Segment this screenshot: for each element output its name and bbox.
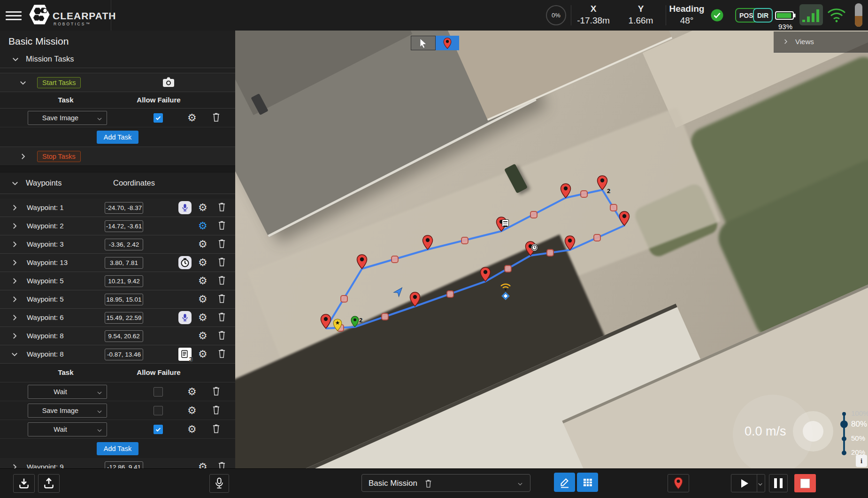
edit-mission-button[interactable] bbox=[554, 473, 575, 492]
views-panel[interactable]: Views bbox=[774, 31, 868, 53]
path-midpoint-handle[interactable] bbox=[391, 256, 399, 263]
play-mission-button[interactable] bbox=[731, 474, 765, 492]
waypoint-pin[interactable] bbox=[422, 235, 433, 250]
chevron-right-icon[interactable] bbox=[10, 313, 19, 322]
path-midpoint-handle[interactable] bbox=[593, 234, 601, 241]
start-tasks-button[interactable]: Start Tasks bbox=[37, 77, 81, 88]
chevron-right-icon[interactable] bbox=[10, 277, 19, 285]
task-type-select[interactable]: Wait bbox=[28, 385, 107, 399]
waypoint-coordinates[interactable]: -14.72, -3.61 bbox=[105, 220, 143, 232]
waypoint-pin[interactable] bbox=[356, 254, 368, 269]
trash-icon[interactable] bbox=[217, 461, 226, 469]
chevron-right-icon[interactable] bbox=[19, 152, 27, 161]
chevron-down-icon[interactable] bbox=[11, 179, 19, 187]
settings-gear-icon[interactable]: ⚙ bbox=[198, 239, 207, 249]
chevron-right-icon[interactable] bbox=[10, 258, 19, 267]
settings-gear-icon[interactable]: ⚙ bbox=[198, 331, 207, 341]
waypoint-coordinates[interactable]: 3.80, 7.81 bbox=[105, 257, 143, 269]
waypoint-coordinates[interactable]: -24.70, -8.37 bbox=[105, 202, 143, 214]
trash-icon[interactable] bbox=[217, 349, 226, 360]
pause-mission-button[interactable] bbox=[769, 474, 788, 492]
trash-icon[interactable] bbox=[217, 275, 226, 287]
start-waypoint-pin[interactable]: 2 bbox=[351, 316, 359, 329]
settings-gear-icon[interactable]: ⚙ bbox=[198, 202, 207, 213]
settings-gear-icon[interactable]: ⚙ bbox=[198, 221, 207, 231]
stop-tasks-button[interactable]: Stop Tasks bbox=[37, 151, 81, 162]
wifi-waypoint-marker[interactable] bbox=[499, 283, 512, 299]
trash-icon[interactable] bbox=[217, 239, 226, 250]
trash-icon[interactable] bbox=[217, 202, 226, 214]
waypoint-pin[interactable] bbox=[480, 267, 491, 282]
trash-icon[interactable] bbox=[212, 405, 221, 416]
settings-gear-icon[interactable]: ⚙ bbox=[198, 312, 207, 323]
path-midpoint-handle[interactable] bbox=[546, 249, 554, 257]
trash-icon[interactable] bbox=[212, 112, 221, 124]
add-task-button[interactable]: Add Task bbox=[97, 442, 138, 455]
trash-icon[interactable] bbox=[217, 294, 226, 305]
microphone-button[interactable] bbox=[209, 474, 229, 493]
waypoint-marker-button[interactable] bbox=[668, 474, 689, 492]
settings-gear-icon[interactable]: ⚙ bbox=[187, 387, 197, 397]
chevron-right-icon[interactable] bbox=[10, 295, 19, 303]
trash-icon[interactable] bbox=[217, 312, 226, 324]
zoom-scale-label[interactable]: 80% bbox=[851, 420, 867, 429]
chevron-right-icon[interactable] bbox=[782, 38, 791, 47]
waypoints-header[interactable]: Waypoints Coordinates bbox=[0, 172, 235, 194]
waypoint-pin[interactable] bbox=[496, 217, 507, 232]
mission-select-dropdown[interactable]: Basic Mission bbox=[361, 474, 530, 492]
path-midpoint-handle[interactable] bbox=[504, 265, 512, 272]
path-midpoint-handle[interactable] bbox=[530, 211, 538, 218]
waypoint-pin[interactable] bbox=[320, 314, 331, 329]
chevron-down-icon[interactable] bbox=[19, 78, 27, 87]
chevron-right-icon[interactable] bbox=[10, 222, 19, 230]
zoom-scale-label[interactable]: 50% bbox=[851, 434, 865, 442]
waypoint-pin[interactable] bbox=[564, 235, 576, 250]
waypoint-pin[interactable] bbox=[525, 241, 536, 256]
info-button[interactable]: i bbox=[856, 455, 867, 467]
dock-star-pin[interactable]: ★ bbox=[333, 319, 342, 333]
zoom-scale-dot-20[interactable] bbox=[842, 451, 846, 455]
add-waypoint-tool-button[interactable] bbox=[436, 36, 459, 50]
task-type-select[interactable]: Wait bbox=[28, 422, 107, 436]
zoom-scale-dot-100[interactable] bbox=[842, 412, 846, 416]
chevron-down-icon[interactable] bbox=[11, 55, 20, 63]
settings-gear-icon[interactable]: ⚙ bbox=[198, 349, 207, 359]
allow-failure-checkbox[interactable] bbox=[154, 113, 163, 123]
grid-view-button[interactable] bbox=[577, 473, 598, 492]
waypoint-coordinates[interactable]: 15.49, 22.59 bbox=[105, 312, 143, 324]
path-midpoint-handle[interactable] bbox=[340, 295, 348, 303]
trash-icon[interactable] bbox=[212, 386, 221, 397]
waypoint-coordinates[interactable]: 10.21, 9.42 bbox=[105, 275, 143, 287]
path-midpoint-handle[interactable] bbox=[461, 237, 469, 244]
zoom-scale-track[interactable] bbox=[843, 412, 845, 453]
mission-tasks-header[interactable]: Mission Tasks bbox=[0, 51, 235, 68]
settings-gear-icon[interactable]: ⚙ bbox=[187, 405, 197, 416]
stop-mission-button[interactable] bbox=[794, 474, 816, 492]
settings-gear-icon[interactable]: ⚙ bbox=[187, 424, 197, 435]
chevron-down-icon[interactable] bbox=[10, 350, 19, 358]
chevron-right-icon[interactable] bbox=[10, 332, 19, 340]
trash-icon[interactable] bbox=[424, 479, 432, 490]
waypoint-coordinates[interactable]: -0.87, 13.46 bbox=[105, 349, 143, 360]
path-midpoint-handle[interactable] bbox=[610, 204, 617, 211]
allow-failure-checkbox[interactable] bbox=[154, 387, 163, 397]
trash-icon[interactable] bbox=[217, 330, 226, 342]
chevron-right-icon[interactable] bbox=[10, 203, 19, 212]
menu-icon[interactable] bbox=[6, 9, 22, 21]
path-midpoint-handle[interactable] bbox=[580, 190, 588, 198]
waypoint-pin[interactable] bbox=[619, 211, 630, 226]
path-midpoint-handle[interactable] bbox=[381, 313, 389, 320]
path-midpoint-handle[interactable] bbox=[446, 290, 454, 298]
waypoint-pin[interactable]: 2 bbox=[597, 175, 608, 190]
zoom-scale-label[interactable]: 100% bbox=[851, 409, 868, 417]
allow-failure-checkbox[interactable] bbox=[154, 425, 163, 434]
camera-icon[interactable] bbox=[162, 77, 176, 89]
trash-icon[interactable] bbox=[212, 423, 221, 435]
settings-gear-icon[interactable]: ⚙ bbox=[198, 257, 207, 268]
settings-gear-icon[interactable]: ⚙ bbox=[198, 276, 207, 286]
add-task-button[interactable]: Add Task bbox=[97, 131, 138, 144]
select-cursor-tool-button[interactable] bbox=[411, 36, 436, 50]
waypoint-coordinates[interactable]: -12.86, 9.41 bbox=[105, 461, 143, 468]
allow-failure-checkbox[interactable] bbox=[154, 406, 163, 415]
task-type-select[interactable]: Save Image bbox=[28, 404, 107, 418]
